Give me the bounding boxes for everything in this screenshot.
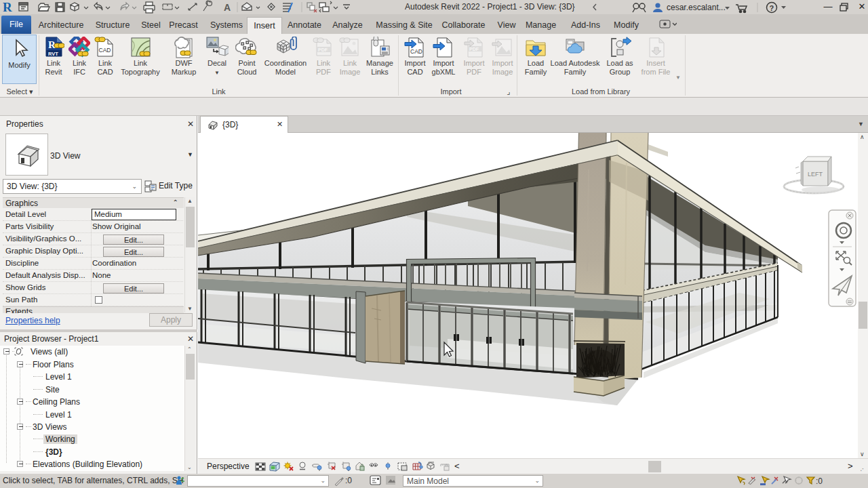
svg-text:LEFT: LEFT [808, 171, 823, 178]
svg-text:?: ? [770, 4, 774, 12]
svg-text:PDF: PDF [318, 47, 328, 52]
svg-text:CAD: CAD [410, 48, 422, 55]
svg-text:RVT: RVT [48, 51, 58, 57]
svg-text:R: R [3, 0, 12, 14]
svg-text:PDF: PDF [469, 47, 479, 52]
svg-text::0: :0 [816, 476, 823, 486]
svg-text:A: A [224, 2, 231, 13]
svg-text:cesar.escalant...: cesar.escalant... [667, 3, 726, 12]
svg-text:CAD: CAD [99, 47, 111, 54]
